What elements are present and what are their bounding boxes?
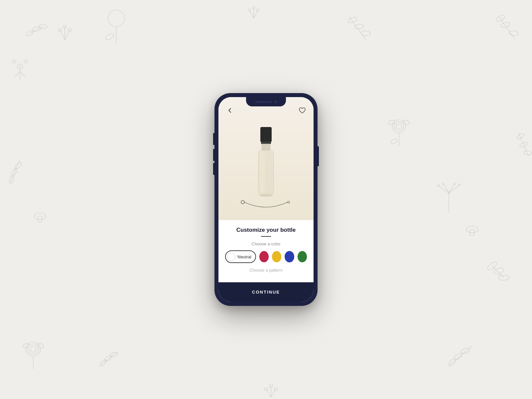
svg-point-53 — [104, 354, 113, 362]
svg-point-40 — [493, 267, 505, 275]
svg-point-72 — [524, 151, 532, 155]
title-divider — [261, 236, 271, 237]
svg-rect-86 — [260, 127, 272, 142]
pattern-label: Choose a pattern — [225, 268, 307, 273]
svg-line-51 — [100, 352, 116, 366]
svg-point-58 — [509, 31, 518, 36]
phone-screen: Customize your bottle Choose a color Neu… — [218, 97, 314, 302]
svg-point-70 — [516, 133, 525, 140]
orbit-decoration — [239, 196, 293, 210]
svg-point-23 — [394, 122, 404, 131]
svg-rect-11 — [38, 216, 42, 222]
svg-line-62 — [249, 10, 254, 18]
svg-line-33 — [444, 185, 449, 193]
color-option-yellow[interactable] — [272, 251, 281, 262]
svg-point-93 — [288, 201, 290, 203]
svg-point-26 — [403, 119, 410, 125]
svg-line-85 — [271, 389, 276, 397]
svg-line-18 — [349, 17, 366, 40]
svg-line-55 — [499, 17, 515, 40]
svg-line-76 — [449, 346, 472, 366]
svg-point-46 — [28, 344, 39, 354]
svg-rect-44 — [470, 229, 474, 235]
back-button[interactable] — [225, 106, 234, 115]
neutral-circle — [227, 253, 235, 261]
svg-point-68 — [14, 162, 23, 170]
svg-point-20 — [354, 24, 364, 30]
svg-line-15 — [60, 30, 65, 40]
color-option-blue[interactable] — [285, 251, 294, 262]
svg-point-73 — [108, 10, 125, 27]
svg-point-28 — [390, 138, 398, 145]
favorite-button[interactable] — [298, 106, 307, 115]
svg-line-17 — [65, 30, 70, 40]
svg-line-5 — [20, 71, 25, 76]
svg-point-66 — [8, 175, 15, 184]
svg-point-92 — [241, 200, 244, 204]
svg-line-37 — [449, 185, 454, 193]
phone-frame: Customize your bottle Choose a color Neu… — [214, 93, 318, 306]
svg-line-4 — [15, 71, 20, 76]
customize-title: Customize your bottle — [225, 227, 307, 233]
svg-point-56 — [495, 14, 505, 23]
svg-point-2 — [24, 60, 28, 63]
svg-point-67 — [10, 168, 18, 177]
svg-line-31 — [439, 186, 449, 193]
phone-device: Customize your bottle Choose a color Neu… — [214, 93, 318, 306]
svg-point-7 — [32, 27, 41, 32]
color-option-neutral[interactable]: Neutral — [225, 250, 256, 263]
color-option-red[interactable] — [259, 251, 269, 262]
svg-line-9 — [30, 27, 43, 33]
svg-point-19 — [347, 16, 357, 24]
color-option-green[interactable] — [298, 251, 307, 262]
svg-line-64 — [254, 10, 258, 18]
svg-point-57 — [500, 22, 511, 29]
svg-point-75 — [104, 32, 115, 41]
svg-point-38 — [454, 183, 456, 185]
product-image-area — [218, 97, 314, 220]
svg-point-77 — [448, 357, 457, 367]
camera — [274, 100, 277, 103]
svg-point-47 — [30, 346, 36, 352]
bottle-illustration — [251, 125, 281, 202]
svg-rect-90 — [260, 151, 265, 193]
content-area: Customize your bottle Choose a color Neu… — [218, 220, 314, 282]
svg-point-25 — [388, 119, 396, 125]
color-label: Choose a color — [225, 241, 307, 246]
svg-point-32 — [437, 185, 439, 187]
svg-point-1 — [12, 60, 16, 63]
svg-rect-88 — [262, 144, 270, 150]
svg-point-36 — [459, 184, 461, 186]
phone-notch — [246, 97, 286, 106]
svg-point-24 — [396, 124, 402, 129]
speaker — [255, 101, 272, 103]
bottom-bar: CONTINUE — [218, 282, 314, 302]
svg-line-35 — [449, 186, 459, 193]
continue-button[interactable]: CONTINUE — [218, 282, 314, 302]
neutral-label: Neutral — [237, 254, 251, 259]
svg-point-34 — [442, 183, 444, 185]
svg-line-83 — [266, 389, 271, 397]
color-options: Neutral — [225, 250, 307, 263]
